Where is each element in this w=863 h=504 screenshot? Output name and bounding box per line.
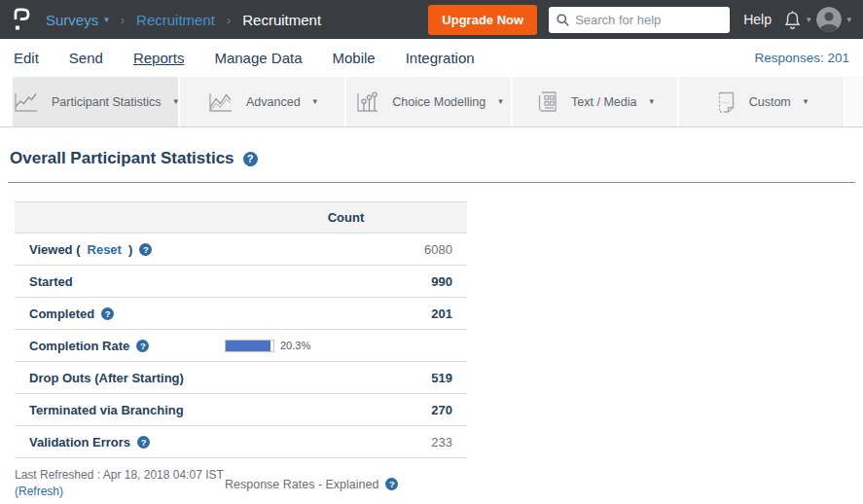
bell-icon	[783, 10, 802, 30]
nav-item-send[interactable]: Send	[69, 50, 103, 66]
row-label: Terminated via Branching	[29, 403, 184, 417]
divider	[8, 182, 855, 183]
nav-item-reports[interactable]: Reports	[133, 50, 185, 66]
table-row-completed: Completed ? 201	[15, 298, 467, 330]
completion-rate-value: 20.3%	[280, 340, 310, 351]
row-label: Completed ?	[29, 306, 114, 321]
table-row-terminated: Terminated via Branching 270	[15, 394, 467, 426]
table-row-viewed: Viewed ( Reset ) ? 6080	[15, 234, 467, 266]
breadcrumb-surveys-dropdown[interactable]: Surveys ▾	[46, 12, 109, 28]
last-refreshed: Last Refreshed : Apr 18, 2018 04:07 IST …	[15, 467, 225, 500]
participant-statistics-table: Count Viewed ( Reset ) ? 6080 Started 99…	[15, 201, 467, 458]
search-input[interactable]	[575, 13, 722, 27]
row-label: Validation Errors ?	[29, 435, 150, 450]
row-label: Completion Rate ?	[29, 339, 149, 353]
questionpro-logo-icon[interactable]	[12, 6, 32, 33]
table-row-drop-outs: Drop Outs (After Starting) 519	[15, 362, 467, 394]
nav-item-integration[interactable]: Integration	[406, 50, 475, 66]
tab-label: Participant Statistics	[52, 95, 162, 109]
response-rates-explained: Response Rates - Explained ?	[225, 468, 398, 500]
survey-nav: Edit Send Reports Manage Data Mobile Int…	[0, 39, 863, 77]
top-bar: Surveys ▾ › Recruitment › Recruitment Up…	[0, 0, 863, 39]
help-icon[interactable]: ?	[136, 340, 149, 352]
breadcrumb-current: Recruitment	[242, 12, 321, 28]
responses-count[interactable]: Responses: 201	[754, 51, 849, 65]
chevron-down-icon: ▾	[649, 97, 654, 106]
nav-item-edit[interactable]: Edit	[14, 50, 39, 66]
breadcrumb-separator: ›	[121, 13, 125, 27]
row-value: 990	[431, 274, 452, 289]
search-icon	[557, 14, 569, 26]
chevron-down-icon: ▾	[313, 97, 318, 106]
row-label: Started	[29, 274, 73, 289]
avatar	[816, 7, 842, 32]
nav-item-mobile[interactable]: Mobile	[333, 50, 376, 66]
table-row-started: Started 990	[15, 266, 467, 298]
tab-advanced[interactable]: Advanced ▾	[180, 77, 346, 126]
report-content: Overall Participant Statistics ? Count V…	[0, 149, 863, 500]
chevron-down-icon: ▾	[174, 97, 179, 106]
row-label: Viewed ( Reset ) ?	[29, 242, 152, 257]
table-row-validation-errors: Validation Errors ? 233	[15, 426, 467, 458]
help-icon[interactable]: ?	[385, 478, 398, 490]
row-value: 233	[431, 435, 452, 450]
refresh-link[interactable]: (Refresh)	[15, 485, 63, 498]
completion-rate-bar: 20.3%	[225, 330, 310, 361]
help-icon[interactable]: ?	[137, 436, 150, 449]
tab-choice-modelling[interactable]: Choice Modelling ▾	[346, 77, 513, 126]
tab-label: Advanced	[246, 95, 301, 109]
help-link[interactable]: Help	[743, 12, 772, 27]
notifications-dropdown[interactable]: ▾	[783, 10, 811, 30]
chevron-down-icon: ▾	[804, 97, 809, 106]
nav-item-manage-data[interactable]: Manage Data	[214, 50, 302, 66]
lollipop-chart-icon	[354, 90, 379, 114]
table-row-completion-rate: Completion Rate ? 20.3%	[15, 330, 467, 362]
breadcrumb-surveys-label: Surveys	[46, 12, 98, 28]
row-label: Drop Outs (After Starting)	[29, 371, 184, 385]
table-header-row: Count	[15, 201, 467, 234]
progress-fill	[226, 341, 270, 351]
count-column-header: Count	[225, 210, 467, 225]
report-tab-bar: Participant Statistics ▾ Advanced ▾	[0, 77, 863, 127]
tab-participant-statistics[interactable]: Participant Statistics ▾	[13, 77, 180, 126]
line-chart-icon	[13, 90, 39, 114]
chevron-down-icon: ▾	[807, 15, 811, 24]
help-icon[interactable]: ?	[243, 152, 258, 166]
tab-label: Text / Media	[571, 95, 636, 109]
help-icon[interactable]: ?	[139, 243, 152, 256]
custom-page-icon	[715, 90, 737, 114]
chevron-down-icon: ▾	[846, 15, 851, 24]
row-value: 270	[431, 403, 452, 417]
tab-custom[interactable]: Custom ▾	[679, 77, 845, 126]
tab-bar-filler	[845, 77, 863, 126]
account-dropdown[interactable]: ▾	[816, 7, 851, 32]
tab-label: Choice Modelling	[392, 95, 485, 109]
chevron-down-icon: ▾	[498, 97, 503, 106]
help-icon[interactable]: ?	[101, 307, 114, 320]
breadcrumb-separator: ›	[227, 13, 231, 27]
row-value: 201	[431, 306, 452, 321]
page-title: Overall Participant Statistics	[10, 149, 234, 168]
row-value: 519	[431, 371, 452, 385]
tab-label: Custom	[749, 95, 791, 109]
chevron-down-icon: ▾	[104, 16, 109, 24]
row-value: 6080	[424, 242, 452, 257]
help-search-box[interactable]	[549, 7, 730, 33]
tab-text-media[interactable]: Text / Media ▾	[513, 77, 679, 126]
multi-line-chart-icon	[207, 90, 234, 114]
newspaper-icon	[536, 90, 558, 114]
upgrade-now-button[interactable]: Upgrade Now	[428, 5, 537, 35]
reset-link[interactable]: Reset	[88, 242, 122, 257]
breadcrumb: Surveys ▾ › Recruitment › Recruitment	[38, 12, 321, 28]
breadcrumb-parent-link[interactable]: Recruitment	[136, 12, 215, 28]
table-footer: Last Refreshed : Apr 18, 2018 04:07 IST …	[15, 467, 467, 500]
progress-track	[225, 340, 274, 352]
